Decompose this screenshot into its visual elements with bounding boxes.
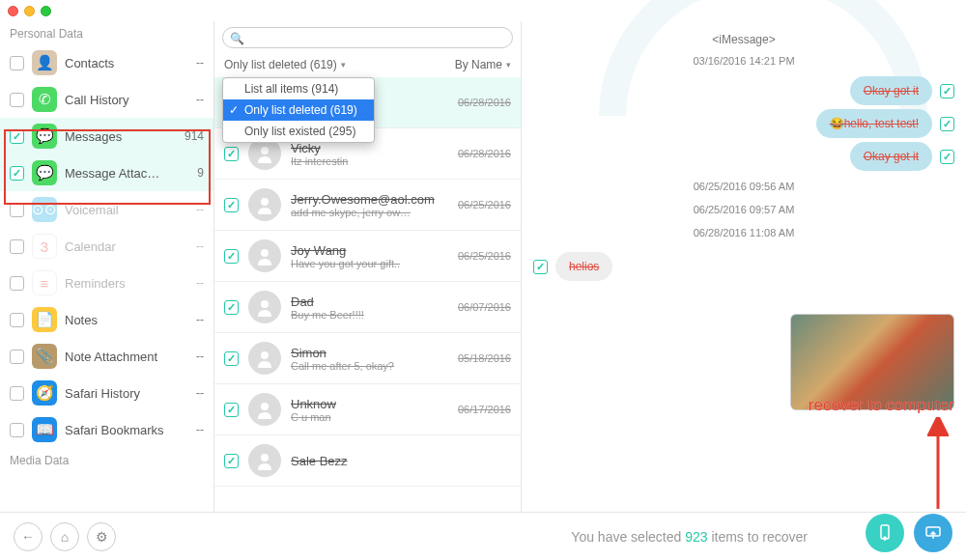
sidebar-section-personal: Personal Data: [0, 21, 213, 44]
conversation-date: 06/28/2016: [458, 97, 511, 108]
image-attachment-thumb[interactable]: [790, 314, 954, 410]
sidebar-item-label: Safari Bookmarks: [65, 423, 188, 437]
sidebar-item-checkbox[interactable]: [10, 166, 24, 181]
sidebar-item-checkbox[interactable]: [10, 93, 24, 107]
sort-label: By Name: [455, 58, 502, 71]
svg-point-2: [261, 198, 269, 206]
sidebar-item-label: Reminders: [65, 276, 188, 291]
sidebar-item-reminders[interactable]: ≡Reminders--: [0, 265, 213, 301]
chevron-down-icon: ▾: [506, 60, 511, 70]
avatar-icon: [248, 342, 281, 375]
sidebar-item-label: Message Attac…: [65, 166, 189, 181]
message-checkbox[interactable]: [533, 260, 548, 274]
sidebar-item-checkbox[interactable]: [10, 129, 24, 144]
conversation-preview: Itz interestin: [291, 155, 448, 167]
sidebar-item-count: --: [196, 423, 204, 436]
row-checkbox[interactable]: [224, 249, 239, 264]
sidebar-item-label: Contacts: [65, 56, 188, 70]
home-button[interactable]: ⌂: [50, 522, 79, 551]
dropdown-item-deleted[interactable]: Only list deleted (619): [223, 99, 374, 121]
sidebar-item-checkbox[interactable]: [10, 313, 24, 327]
sidebar-item-call-history[interactable]: ✆Call History--: [0, 81, 213, 118]
row-checkbox[interactable]: [224, 198, 239, 212]
phone-export-icon: [875, 523, 895, 543]
sidebar-item-messages[interactable]: 💬Messages914: [0, 118, 213, 154]
avatar-icon: [248, 188, 281, 221]
sidebar-item-safari-bookmarks[interactable]: 📖Safari Bookmarks--: [0, 411, 213, 448]
row-checkbox[interactable]: [224, 351, 239, 366]
sidebar-item-checkbox[interactable]: [10, 386, 24, 401]
svg-point-1: [261, 147, 269, 154]
conversation-row[interactable]: Jerry.Owesome@aol.comadd me skype, jerry…: [214, 180, 521, 231]
sidebar-item-count: 9: [197, 166, 204, 180]
computer-export-icon: [923, 523, 943, 543]
sidebar-item-checkbox[interactable]: [10, 276, 24, 291]
settings-button[interactable]: ⚙: [87, 522, 116, 551]
avatar-icon: [248, 239, 281, 272]
svg-point-5: [261, 351, 269, 359]
row-checkbox[interactable]: [224, 147, 239, 161]
category-icon: 💬: [32, 124, 57, 149]
dropdown-item-existed[interactable]: Only list existed (295): [223, 121, 374, 142]
sidebar: Personal Data 👤Contacts--✆Call History--…: [0, 21, 214, 512]
recover-to-iphone-button[interactable]: [866, 514, 904, 552]
row-checkbox[interactable]: [224, 403, 239, 417]
conversation-row[interactable]: Sale Bezz: [214, 435, 521, 487]
conversation-row[interactable]: UnknowC u man06/17/2016: [214, 384, 521, 435]
sidebar-item-safari-history[interactable]: 🧭Safari History--: [0, 375, 213, 411]
conversation-row[interactable]: Joy WangHave you got your gift..06/25/20…: [214, 231, 521, 282]
message-checkbox[interactable]: [940, 84, 954, 98]
dropdown-item-all[interactable]: List all items (914): [223, 78, 374, 99]
message-checkbox[interactable]: [940, 150, 954, 164]
sidebar-item-checkbox[interactable]: [10, 56, 24, 70]
zoom-icon[interactable]: [41, 6, 51, 16]
category-icon: 3: [32, 234, 57, 259]
sidebar-item-contacts[interactable]: 👤Contacts--: [0, 44, 213, 81]
svg-point-7: [261, 454, 269, 462]
sidebar-item-label: Messages: [65, 129, 177, 144]
conversation-preview: C u man: [291, 411, 448, 423]
conversation-name: Joy Wang: [291, 243, 448, 258]
category-icon: ⊙⊙: [32, 197, 57, 222]
conversation-name: Dad: [291, 294, 448, 309]
avatar-icon: [248, 393, 281, 426]
recover-to-computer-button[interactable]: [914, 514, 952, 552]
sidebar-item-voicemail[interactable]: ⊙⊙Voicemail--: [0, 191, 213, 228]
timestamp: 06/25/2016 09:57 AM: [533, 204, 954, 215]
sidebar-item-label: Calendar: [65, 239, 188, 254]
search-input[interactable]: [222, 27, 513, 48]
message-bubble-outgoing: Okay got it: [850, 76, 932, 105]
conversation-row[interactable]: SimonCall me after 5, okay?05/18/2016: [214, 333, 521, 384]
sidebar-item-calendar[interactable]: 3Calendar--: [0, 228, 213, 265]
row-checkbox[interactable]: [224, 300, 239, 315]
sidebar-item-count: --: [196, 93, 204, 106]
sidebar-item-checkbox[interactable]: [10, 203, 24, 217]
sort-dropdown-trigger[interactable]: By Name ▾: [455, 58, 511, 71]
conversation-name: Jerry.Owesome@aol.com: [291, 192, 448, 207]
timestamp: 03/16/2016 14:21 PM: [533, 55, 954, 67]
sidebar-item-note-attachment[interactable]: 📎Note Attachment--: [0, 338, 213, 375]
sidebar-item-notes[interactable]: 📄Notes--: [0, 301, 213, 338]
conversation-row[interactable]: DadBuy me Beer!!!!06/07/2016: [214, 282, 521, 333]
close-icon[interactable]: [8, 6, 18, 16]
conversation-date: 06/25/2016: [458, 250, 511, 262]
sidebar-item-checkbox[interactable]: [10, 423, 24, 437]
sidebar-item-checkbox[interactable]: [10, 350, 24, 364]
row-checkbox[interactable]: [224, 454, 239, 468]
minimize-icon[interactable]: [24, 6, 35, 16]
sidebar-item-message-attac-[interactable]: 💬Message Attac…9: [0, 154, 213, 191]
sidebar-item-count: --: [196, 56, 204, 70]
sidebar-item-label: Safari History: [65, 386, 188, 401]
filter-dropdown-trigger[interactable]: Only list deleted (619) ▾: [224, 58, 346, 71]
back-button[interactable]: ←: [14, 522, 43, 551]
sidebar-item-label: Note Attachment: [65, 350, 188, 364]
selection-status: You have selected 923 items to recover: [571, 529, 808, 545]
avatar-icon: [248, 291, 281, 323]
message-list-pane: 🔍 Only list deleted (619) ▾ By Name ▾ Li…: [214, 21, 522, 512]
sidebar-item-checkbox[interactable]: [10, 239, 24, 254]
svg-point-6: [261, 403, 269, 410]
sidebar-item-count: --: [196, 276, 204, 290]
message-checkbox[interactable]: [940, 117, 954, 131]
category-icon: 📎: [32, 344, 57, 369]
conversation-name: Unknow: [291, 397, 448, 411]
